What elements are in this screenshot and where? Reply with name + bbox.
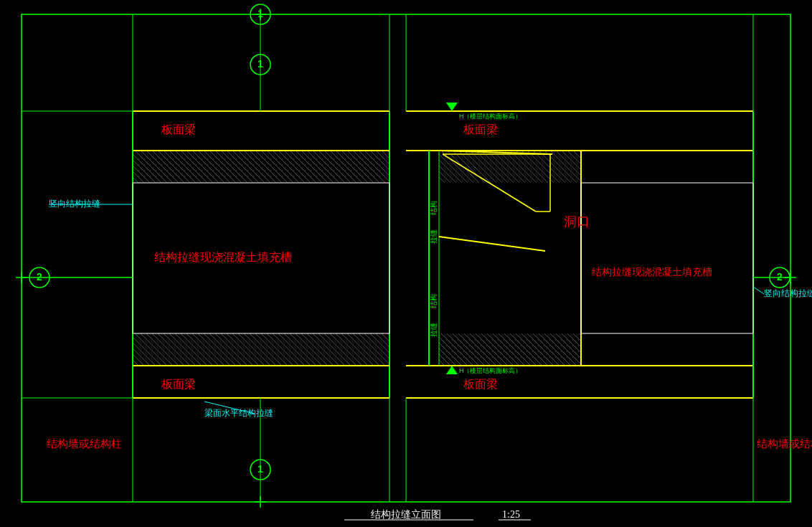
drawing-canvas <box>0 0 812 527</box>
